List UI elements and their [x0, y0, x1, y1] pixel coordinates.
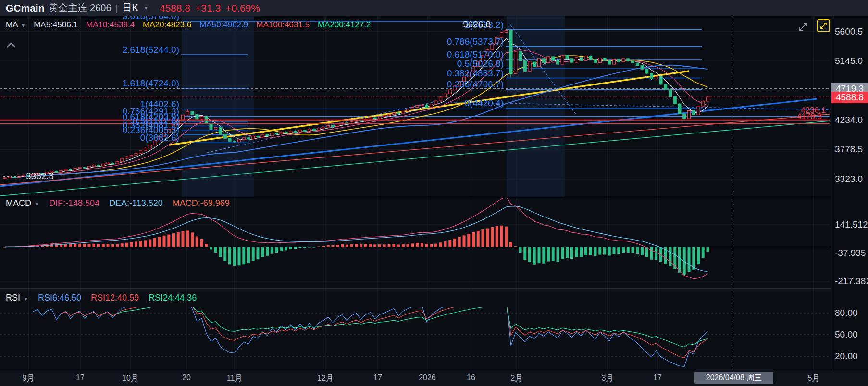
time-axis-tick: 20	[165, 374, 208, 382]
alert-label: 4178.3	[750, 112, 822, 121]
pane-separator	[0, 288, 831, 289]
expand-chart-icon[interactable]	[797, 21, 809, 35]
highlight-band	[507, 16, 565, 197]
chevron-down-icon: ▼	[21, 23, 25, 28]
header-bar: GCmain 黄金主连 2606 | 日K ▼ 4588.8 +31.3 +0.…	[0, 0, 868, 16]
rsi24-line	[117, 302, 708, 347]
crosshair-vline	[734, 16, 734, 370]
time-axis-tick: 16	[449, 374, 493, 382]
time-axis-tick: 10月	[109, 374, 152, 384]
last-price: 4588.8	[160, 2, 190, 14]
ma-value: MA10:4538.4	[86, 20, 135, 30]
price-axis-label: 5145.0	[835, 56, 863, 66]
time-axis-tick: 2026	[406, 374, 449, 382]
macd-dif-value: DIF:-148.504	[49, 198, 99, 208]
header-divider: |	[116, 3, 118, 13]
ma-value: MA20:4823.6	[143, 20, 191, 30]
ma-value: MA200:4127.2	[318, 20, 371, 30]
macd-title[interactable]: MACD ▼	[6, 198, 39, 208]
main-pane	[0, 25, 830, 196]
time-axis-tick: 9月	[7, 374, 50, 384]
highlight-band	[182, 16, 254, 197]
price-change-pct: +0.69%	[225, 2, 260, 14]
quote-strip: 4588.8 +31.3 +0.69%	[160, 2, 260, 14]
swing-high-label: 5626.8	[463, 19, 491, 30]
price-axis[interactable]: 5600.55145.04234.03778.53323.0141.512-37…	[831, 16, 868, 370]
candlestick-layer	[3, 30, 709, 179]
macd-axis-label: 141.512	[835, 219, 868, 230]
chart-canvas[interactable]	[0, 0, 868, 386]
time-axis-tick: 17	[636, 374, 679, 382]
time-axis[interactable]: 2026/04/08 周三 9月1710月2011月12月172026162月3…	[0, 370, 868, 386]
rsi-value: RSI6:46.50	[38, 293, 81, 303]
price-axis-label: 3323.0	[835, 174, 863, 184]
macd-pane	[3, 197, 709, 279]
macd-dea-value: DEA:-113.520	[109, 198, 163, 208]
dif-line	[5, 197, 708, 279]
rsi-axis-label: 50.00	[835, 329, 858, 340]
macd-indicator-row: MACD ▼ DIF:-148.504 DEA:-113.520 MACD:-6…	[6, 198, 230, 208]
price-axis-label: 5600.5	[835, 26, 863, 37]
time-axis-tick: 17	[59, 374, 102, 382]
chevron-down-icon: ▼	[24, 296, 28, 302]
ma-value: MA100:4631.5	[256, 20, 310, 30]
low-note-label: 3362.8	[26, 171, 54, 181]
time-axis-tick: 12月	[304, 374, 347, 384]
time-axis-tick: 5月	[792, 374, 835, 384]
macd-axis-label: -37.935	[835, 248, 866, 258]
ma-value: MA5:4506.1	[34, 20, 78, 30]
time-axis-tick: 3月	[586, 374, 629, 384]
trading-app: GCmain 黄金主连 2606 | 日K ▼ 4588.8 +31.3 +0.…	[0, 0, 868, 386]
rsi-title[interactable]: RSI ▼	[6, 293, 28, 303]
fullscreen-tool-icon[interactable]	[817, 19, 830, 32]
symbol-code[interactable]: GCmain	[6, 2, 45, 14]
time-axis-tick: 11月	[213, 374, 256, 384]
pane-separator	[0, 197, 831, 197]
chevron-down-icon: ▼	[35, 202, 39, 207]
price-axis-label: 4234.0	[835, 115, 863, 125]
rsi-axis-label: 20.00	[835, 351, 858, 362]
period-selector[interactable]: 日K	[123, 1, 138, 14]
ma-value: MA50:4962.9	[199, 20, 248, 30]
rsi-axis-label: 80.00	[835, 308, 858, 318]
price-change: +31.3	[195, 2, 221, 14]
rsi12-line	[61, 300, 708, 358]
ma-indicator-row: MA ▼ MA5:4506.1MA10:4538.4MA20:4823.6MA5…	[6, 20, 371, 30]
rsi-value: RSI24:44.36	[149, 293, 197, 303]
macd-axis-label: -217.382	[835, 276, 868, 287]
collapse-pane-icon[interactable]	[6, 41, 16, 51]
rsi-indicator-row: RSI ▼ RSI6:46.50RSI12:40.59RSI24:44.36	[6, 293, 197, 303]
chevron-down-icon[interactable]: ▼	[144, 5, 149, 11]
macd-hist-value: MACD:-69.969	[173, 198, 230, 208]
rsi-value: RSI12:40.59	[91, 293, 139, 303]
crosshair-date-badge: 2026/04/08 周三	[694, 372, 773, 384]
price-axis-label: 3778.5	[835, 144, 863, 155]
ma-title[interactable]: MA ▼	[6, 20, 25, 30]
ma200-line	[0, 121, 830, 196]
time-axis-tick: 2月	[495, 374, 538, 384]
last-price-badge: 4588.8	[831, 92, 868, 103]
symbol-name: 黄金主连 2606	[49, 1, 112, 14]
time-axis-tick: 17	[356, 374, 399, 382]
